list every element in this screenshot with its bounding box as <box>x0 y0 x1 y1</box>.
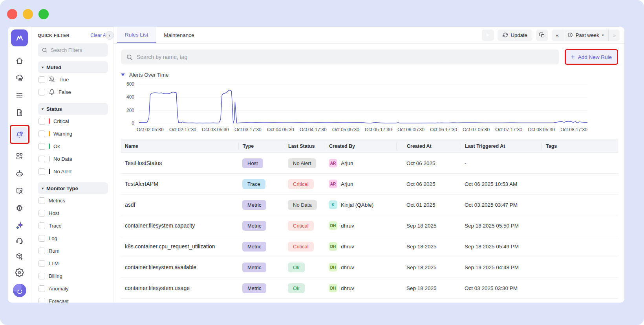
icon-rail <box>8 27 31 303</box>
rail-bottom-group <box>13 235 26 297</box>
range-forward-button[interactable]: » <box>609 29 620 41</box>
checkbox[interactable] <box>38 143 45 150</box>
table-row[interactable]: TestHostStatus Host No Alert ARArjun Oct… <box>121 153 618 174</box>
home-icon[interactable] <box>15 56 24 66</box>
ai-assistant-icon[interactable] <box>15 220 24 230</box>
checkbox[interactable] <box>38 222 45 229</box>
chart-y-axis: 6004002000 <box>121 84 139 123</box>
checkbox[interactable] <box>38 260 45 267</box>
filter-item-log[interactable]: Log <box>38 232 108 244</box>
chart-plot[interactable] <box>139 84 587 123</box>
play-icon <box>485 33 490 37</box>
checkbox[interactable] <box>38 210 45 217</box>
filter-item-rum[interactable]: Rum <box>38 244 108 257</box>
time-range-value: Past week <box>576 32 599 38</box>
rail-top-group <box>10 56 29 230</box>
checkbox[interactable] <box>38 89 45 95</box>
minimize-window-button[interactable] <box>23 9 33 19</box>
filter-item-metrics[interactable]: Metrics <box>38 194 108 207</box>
filter-section-status[interactable]: ▾Status <box>38 103 108 115</box>
table-row[interactable]: container.filesystem.available Metric Ok… <box>121 257 618 278</box>
alerts-highlight-box <box>10 125 29 144</box>
close-window-button[interactable] <box>7 9 17 19</box>
copy-button[interactable] <box>536 29 548 41</box>
search-icon <box>42 47 48 53</box>
table-row[interactable]: container.filesystem.capacity Metric Cri… <box>121 215 618 236</box>
table-row[interactable]: container.filesystem.usage Metric Ok DHd… <box>121 278 618 299</box>
filter-search[interactable] <box>38 43 108 57</box>
checkbox[interactable] <box>38 273 45 279</box>
update-button[interactable]: Update <box>498 29 532 41</box>
checkbox[interactable] <box>38 235 45 242</box>
filter-item-anomaly[interactable]: Anomaly <box>38 282 108 295</box>
filter-section-monitor-type[interactable]: ▾Monitor Type <box>38 182 108 194</box>
filter-section-muted[interactable]: ▾Muted <box>38 61 108 73</box>
user-sessions-icon[interactable] <box>15 186 24 196</box>
table-row[interactable]: asdf Metric No Data KKinjal (QAble) Oct … <box>121 195 618 215</box>
chevron-down-icon: ▾ <box>602 33 604 37</box>
filter-item-true[interactable]: True <box>38 73 108 86</box>
filter-item-billing[interactable]: Billing <box>38 270 108 282</box>
search-icon <box>126 54 133 61</box>
checkbox[interactable] <box>38 118 45 125</box>
filter-item-critical[interactable]: Critical <box>38 115 108 127</box>
checkbox[interactable] <box>38 156 45 162</box>
plus-icon: + <box>571 53 575 61</box>
dashboards-icon[interactable] <box>15 151 24 161</box>
tab-rules-list[interactable]: Rules List <box>117 27 156 43</box>
reports-icon[interactable] <box>15 108 24 118</box>
filter-search-input[interactable] <box>51 47 98 53</box>
logs-icon[interactable] <box>15 90 24 100</box>
collapse-chart-icon[interactable] <box>121 73 125 76</box>
app-window: QUICK FILTER Clear All ▾MutedTrueFalse▾S… <box>8 27 624 303</box>
support-icon[interactable] <box>15 235 24 245</box>
infrastructure-icon[interactable] <box>15 73 24 83</box>
filter-item-ok[interactable]: Ok <box>38 140 108 152</box>
filter-item-no-data[interactable]: No Data <box>38 152 108 165</box>
checkbox[interactable] <box>38 168 45 175</box>
table-row[interactable]: k8s.container.cpu_request_utilization Me… <box>121 236 618 257</box>
time-range-selector[interactable]: Past week ▾ <box>563 29 609 41</box>
checkbox[interactable] <box>38 285 45 292</box>
tabs: Rules List Maintenance <box>117 27 202 43</box>
filter-item-llm[interactable]: LLM <box>38 257 108 270</box>
alerts-icon[interactable] <box>12 127 27 142</box>
filter-item-no-alert[interactable]: No Alert <box>38 165 108 178</box>
processors-icon[interactable] <box>15 203 24 213</box>
range-back-button[interactable]: « <box>552 29 563 41</box>
column-header-name: Name <box>121 143 238 150</box>
main-area: Rules List Maintenance Update « <box>114 27 624 303</box>
desktop-background: QUICK FILTER Clear All ▾MutedTrueFalse▾S… <box>0 0 644 325</box>
tab-maintenance[interactable]: Maintenance <box>156 27 202 43</box>
filter-item-forecast[interactable]: Forecast <box>38 295 108 303</box>
table-row[interactable]: TestAlertAPM Trace Critical ARArjun Oct … <box>121 174 618 195</box>
filter-item-host[interactable]: Host <box>38 207 108 219</box>
checkbox[interactable] <box>38 130 45 137</box>
checkbox[interactable] <box>38 197 45 204</box>
filter-item-warning[interactable]: Warning <box>38 127 108 140</box>
checkbox[interactable] <box>38 248 45 254</box>
checkbox[interactable] <box>38 298 45 303</box>
rules-search[interactable] <box>121 50 559 64</box>
rules-content: + Add New Rule Alerts Over Time 60040020… <box>114 44 624 303</box>
integrations-icon[interactable] <box>15 252 24 261</box>
app-logo[interactable] <box>11 29 28 46</box>
checkbox[interactable] <box>38 76 45 83</box>
collapse-panel-button[interactable]: ‹ <box>105 31 114 40</box>
settings-icon[interactable] <box>15 268 24 277</box>
rules-search-input[interactable] <box>137 54 554 60</box>
column-header-last-triggered-at: Last Triggered At <box>461 143 542 150</box>
filter-item-false[interactable]: False <box>38 86 108 98</box>
chevron-down-icon: ▾ <box>42 107 44 111</box>
add-new-rule-button[interactable]: + Add New Rule <box>566 50 617 64</box>
creator-avatar: AR <box>329 180 337 188</box>
bot-icon[interactable] <box>15 169 24 178</box>
column-header-created-at: Created At <box>396 143 461 150</box>
maximize-window-button[interactable] <box>38 9 49 19</box>
creator-avatar: DH <box>329 284 337 292</box>
creator-avatar: DH <box>329 242 337 251</box>
filter-item-trace[interactable]: Trace <box>38 219 108 232</box>
profile-avatar[interactable] <box>13 284 26 297</box>
play-button[interactable] <box>482 29 494 41</box>
creator-avatar: DH <box>329 221 337 230</box>
